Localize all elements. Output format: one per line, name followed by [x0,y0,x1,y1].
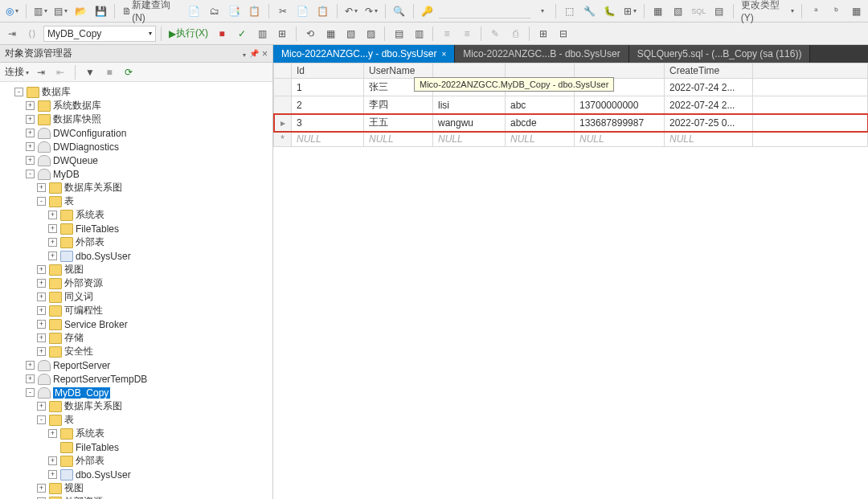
tool-icon-b[interactable]: 🔧 [581,2,599,20]
tree-node[interactable]: +dbo.SysUser [3,468,272,481]
tree-node[interactable]: +视图 [3,263,272,276]
pin-icon[interactable]: 📌 [249,49,259,58]
tool-icon-a[interactable]: ⬚ [561,2,579,20]
view-icon-2[interactable]: ▧ [669,2,687,20]
cell[interactable]: 3 [292,114,364,132]
cell[interactable]: wangwu [433,114,506,132]
cell[interactable]: 李四 [364,96,433,114]
cell[interactable]: 王五 [364,114,433,132]
data-grid[interactable]: IdUserNameCreateTime 1张三2022-07-24 2...2… [273,63,868,147]
icon-1[interactable]: 📄 [186,2,203,20]
tree-node[interactable]: +Service Broker [3,317,272,331]
tree-node[interactable]: +ReportServer [3,358,272,372]
search-box[interactable] [439,4,530,18]
tree-node[interactable]: +系统表 [3,208,272,222]
column-header[interactable] [433,63,506,79]
tree-node[interactable]: +数据库关系图 [3,181,272,194]
change-type-dropdown[interactable]: 更改类型(Y) [739,2,796,20]
cell[interactable]: 13700000000 [575,96,665,114]
stop-button[interactable]: ■ [213,25,231,43]
icon-k[interactable]: ▥ [410,25,428,43]
column-header[interactable]: UserName [364,63,433,79]
tree-node[interactable]: +外部表 [3,235,272,249]
misc-c[interactable]: ▦ [847,2,865,20]
tree-node[interactable]: +存储 [3,331,272,345]
tree-node[interactable]: +可编程性 [3,304,272,317]
cell[interactable]: abcde [506,114,575,132]
database-combo[interactable]: MyDB_Copy▾ [43,26,156,42]
find-button[interactable]: 🔍 [391,2,408,20]
filter-icon[interactable]: ▼ [83,65,97,80]
check-button[interactable]: ✓ [233,25,251,43]
sql-icon[interactable]: SQL [690,2,708,20]
column-header[interactable] [575,63,665,79]
cell[interactable]: NULL [364,132,433,147]
paste-button[interactable]: 📋 [314,2,332,20]
cell[interactable]: 1 [292,79,364,96]
file-dropdown[interactable]: ▤ [51,2,69,20]
refresh-icon[interactable]: ⟳ [121,65,136,80]
cell[interactable]: NULL [506,132,575,147]
tree-node[interactable]: +外部资源 [3,276,272,290]
panel-menu[interactable] [241,48,246,59]
tree-node[interactable]: +DWDiagnostics [3,140,272,153]
icon-m[interactable]: ≡ [458,25,476,43]
tool-icon-d[interactable]: ⊞ [621,2,639,20]
tree-node[interactable]: -MyDB_Copy [3,386,272,399]
redo-button[interactable]: ↷ [362,2,380,20]
view-icon-3[interactable]: ▤ [710,2,728,20]
icon-4[interactable]: 📋 [246,2,264,20]
tree-node[interactable]: +FileTables [3,222,272,235]
cell[interactable]: 2022-07-24 2... [665,96,753,114]
tree-node[interactable]: +系统数据库 [3,99,272,112]
close-panel[interactable]: × [262,48,268,59]
tree-node[interactable]: +视图 [3,481,272,495]
icon-q[interactable]: ⊟ [555,25,572,43]
cell[interactable]: lisi [433,96,506,114]
copy-button[interactable]: 📄 [294,2,312,20]
cell[interactable]: 2022-07-24 2... [665,79,753,96]
key-icon[interactable]: 🔑 [419,2,436,20]
column-header[interactable]: CreateTime [665,63,753,79]
icon-n[interactable]: ✎ [486,25,504,43]
editor-tab[interactable]: Mico-2022ANZGC...B - dbo.SysUser [455,45,628,63]
icon-2[interactable]: 🗂 [206,2,223,20]
table-row[interactable]: 2李四lisiabc137000000002022-07-24 2... [274,96,868,114]
project-dropdown[interactable]: ▥ [31,2,49,20]
icon-j[interactable]: ▤ [390,25,407,43]
connect-icon-a[interactable]: ⇥ [34,65,48,80]
open-button[interactable]: 📂 [72,2,89,20]
bracket-icon[interactable]: ⟨⟩ [23,25,41,43]
execute-button[interactable]: ▶ 执行(X) [166,25,211,43]
cut-button[interactable]: ✂ [274,2,292,20]
tree-node[interactable]: +系统表 [3,427,272,440]
parse-icon[interactable]: ▥ [253,25,271,43]
tree-node[interactable]: -数据库 [3,85,272,99]
misc-a[interactable]: ᵃ [807,2,825,20]
tree-node[interactable]: +ReportServerTempDB [3,372,272,386]
editor-tab[interactable]: SQLQuery5.sql - (...B_Copy (sa (116)) [629,45,811,63]
tool-icon-c[interactable]: 🐛 [601,2,619,20]
tree-view[interactable]: -数据库+系统数据库+数据库快照+DWConfiguration+DWDiagn… [0,82,272,499]
tree-node[interactable]: +安全性 [3,345,272,358]
tree-node[interactable]: +数据库关系图 [3,399,272,413]
tree-node[interactable]: +同义词 [3,290,272,304]
tree-node[interactable]: +数据库快照 [3,112,272,126]
editor-tab[interactable]: Mico-2022ANZGC...y - dbo.SysUser× [273,45,455,63]
tree-node[interactable]: -MyDB [3,167,272,181]
cell[interactable]: 2022-07-25 0... [665,114,753,132]
tree-node[interactable]: +外部表 [3,454,272,468]
icon-l[interactable]: ≡ [438,25,456,43]
icon-i[interactable]: ▨ [362,25,379,43]
tree-node[interactable]: +DWConfiguration [3,126,272,140]
column-header[interactable]: Id [292,63,364,79]
icon-p[interactable]: ⊞ [534,25,552,43]
cell[interactable]: NULL [292,132,364,147]
tree-node[interactable]: -表 [3,194,272,208]
connect-dropdown[interactable]: 连接 [5,65,29,79]
table-row[interactable]: ▸3王五wangwuabcde1336878999872022-07-25 0.… [274,114,868,132]
search-drop[interactable] [533,2,551,20]
icon-3[interactable]: 📑 [226,2,244,20]
column-header[interactable] [506,63,575,79]
cell[interactable]: 2 [292,96,364,114]
